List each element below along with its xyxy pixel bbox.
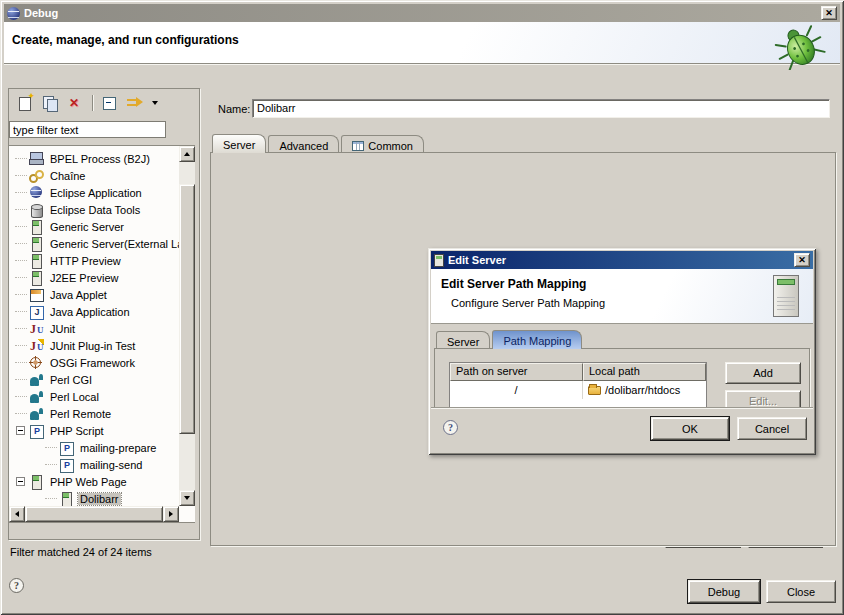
cell-local-path: /dolibarr/htdocs: [583, 381, 706, 399]
toolbar-separator: [92, 95, 93, 111]
dialog-tab-path-mapping-label: Path Mapping: [503, 335, 571, 347]
path-mapping-table[interactable]: Path on server Local path //dolibarr/htd…: [449, 362, 707, 410]
tree-collapse-icon[interactable]: [16, 426, 25, 435]
tree-connector: [15, 413, 27, 414]
tree-vertical-scrollbar[interactable]: [179, 146, 195, 506]
tree-item-eclipse-application[interactable]: Eclipse Application: [9, 184, 179, 201]
tab-common[interactable]: Common: [341, 135, 424, 153]
tab-server[interactable]: Server: [212, 134, 266, 153]
tree-item-dolibarr[interactable]: Dolibarr: [9, 490, 179, 506]
tree-item-perl-cgi[interactable]: Perl CGI: [9, 371, 179, 388]
ok-button[interactable]: OK: [651, 417, 729, 440]
tree-connector: [15, 362, 27, 363]
tree-item-mailing-send[interactable]: mailing-send: [9, 456, 179, 473]
tree-item-osgi-framework[interactable]: OSGi Framework: [9, 354, 179, 371]
tree-item-label: JUnit Plug-in Test: [48, 340, 137, 352]
applet-icon: [29, 288, 44, 302]
sphere-icon: [29, 186, 44, 200]
tree-item-label: mailing-send: [78, 459, 144, 471]
server-icon: [434, 254, 444, 267]
column-path-on-server[interactable]: Path on server: [450, 363, 583, 381]
configurations-toolbar: [9, 89, 199, 117]
path-mapping-panel: Path on server Local path //dolibarr/htd…: [434, 348, 810, 410]
dialog-tab-server[interactable]: Server: [436, 331, 490, 349]
tree-connector: [15, 158, 27, 159]
add-mapping-button[interactable]: Add: [725, 362, 801, 384]
tree-connector: [45, 447, 57, 448]
delete-configuration-icon[interactable]: [67, 95, 84, 111]
camel-icon: [29, 373, 44, 387]
tree-item-perl-local[interactable]: Perl Local: [9, 388, 179, 405]
tree-item-label: OSGi Framework: [48, 357, 137, 369]
tree-item-junit[interactable]: JUnit: [9, 320, 179, 337]
edit-server-heading: Edit Server Path Mapping: [441, 277, 586, 291]
filter-icon[interactable]: [126, 95, 143, 111]
tree-item-j2ee-preview[interactable]: J2EE Preview: [9, 269, 179, 286]
scroll-right-button[interactable]: [163, 506, 179, 522]
tree-horizontal-scrollbar[interactable]: [9, 506, 179, 522]
tree-item-php-web-page[interactable]: PHP Web Page: [9, 473, 179, 490]
tree-item-php-script[interactable]: PHP Script: [9, 422, 179, 439]
tree-item-label: mailing-prepare: [78, 442, 158, 454]
tree-connector: [15, 345, 27, 346]
dialog-header-band: Create, manage, and run configurations: [4, 22, 840, 64]
server-icon: [59, 492, 74, 506]
tree-item-label: Java Applet: [48, 289, 109, 301]
tree-connector: [15, 243, 27, 244]
duplicate-configuration-icon[interactable]: [42, 95, 59, 111]
edit-server-close-button[interactable]: ✕: [794, 253, 810, 267]
tree-item-java-application[interactable]: Java Application: [9, 303, 179, 320]
scroll-up-button[interactable]: [179, 146, 195, 162]
edit-server-titlebar: Edit Server: [431, 251, 813, 269]
tree-item-cha-ne[interactable]: Chaîne: [9, 167, 179, 184]
debug-button[interactable]: Debug: [688, 580, 760, 603]
tab-server-label: Server: [223, 139, 255, 151]
tree-item-bpel-process-b2j[interactable]: BPEL Process (B2J): [9, 150, 179, 167]
tree-connector: [45, 464, 57, 465]
collapse-all-icon[interactable]: [101, 95, 118, 111]
mapping-table-header: Path on server Local path: [450, 363, 706, 381]
name-label: Name:: [218, 103, 250, 115]
tree-connector: [15, 311, 27, 312]
edit-button-label: Edit...: [749, 395, 777, 407]
tree-item-junit-plug-in-test[interactable]: JUnit Plug-in Test: [9, 337, 179, 354]
debug-button-label: Debug: [708, 586, 740, 598]
tree-item-generic-server-external-la[interactable]: Generic Server(External La: [9, 235, 179, 252]
vertical-scroll-thumb[interactable]: [179, 184, 195, 434]
scroll-down-button[interactable]: [179, 490, 195, 506]
close-button[interactable]: Close: [766, 580, 836, 603]
tab-advanced[interactable]: Advanced: [268, 135, 339, 153]
dialog-tab-path-mapping[interactable]: Path Mapping: [492, 330, 582, 349]
configuration-tree-wrap: BPEL Process (B2J)ChaîneEclipse Applicat…: [9, 145, 195, 523]
tree-item-eclipse-data-tools[interactable]: Eclipse Data Tools: [9, 201, 179, 218]
tree-item-label: J2EE Preview: [48, 272, 120, 284]
cancel-button[interactable]: Cancel: [737, 417, 807, 440]
dialog-help-icon[interactable]: ?: [443, 420, 458, 435]
debug-bug-icon: [774, 22, 826, 70]
horizontal-scroll-thumb[interactable]: [25, 506, 163, 522]
tree-collapse-icon[interactable]: [16, 477, 25, 486]
name-input[interactable]: Dolibarr: [252, 99, 830, 118]
filter-input[interactable]: [9, 121, 166, 138]
new-configuration-icon[interactable]: [17, 95, 34, 111]
osgi-icon: [29, 356, 44, 370]
dropdown-caret-icon[interactable]: [151, 95, 160, 111]
table-row[interactable]: //dolibarr/htdocs: [450, 381, 706, 399]
tree-item-perl-remote[interactable]: Perl Remote: [9, 405, 179, 422]
edit-server-header: Edit Server Path Mapping Configure Serve…: [431, 269, 813, 324]
tree-item-mailing-prepare[interactable]: mailing-prepare: [9, 439, 179, 456]
tree-item-generic-server[interactable]: Generic Server: [9, 218, 179, 235]
php-icon: [29, 424, 44, 438]
tree-item-java-applet[interactable]: Java Applet: [9, 286, 179, 303]
scroll-left-button[interactable]: [9, 506, 25, 522]
window-close-button[interactable]: ✕: [821, 6, 837, 20]
tree-item-label: PHP Web Page: [48, 476, 129, 488]
tree-item-label: Generic Server: [48, 221, 126, 233]
tree-item-http-preview[interactable]: HTTP Preview: [9, 252, 179, 269]
camel-icon: [29, 407, 44, 421]
help-icon[interactable]: ?: [9, 578, 24, 593]
column-local-path[interactable]: Local path: [583, 363, 706, 381]
tree-connector: [15, 175, 27, 176]
junit-icon: [29, 322, 44, 336]
tree-item-label: Eclipse Application: [48, 187, 144, 199]
